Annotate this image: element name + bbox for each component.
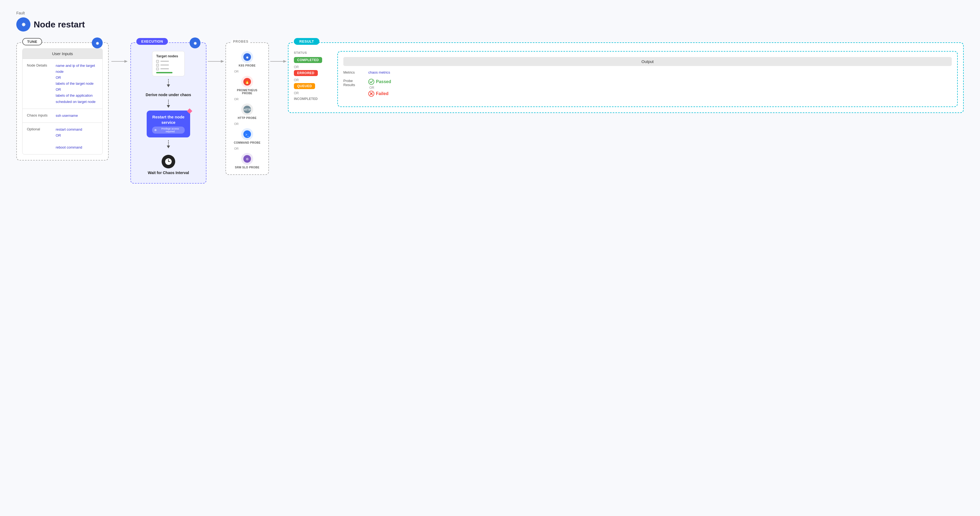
lock-icon: ✓ bbox=[154, 129, 157, 132]
http-probe-icon: HTTP bbox=[241, 103, 253, 116]
node-details-label: Node Details bbox=[27, 63, 51, 105]
status-completed-badge: COMPLETED bbox=[294, 57, 322, 63]
chaos-inputs-row: Chaos inputs ssh username bbox=[22, 109, 102, 122]
node-details-values: name and ip of the target node OR labels… bbox=[56, 63, 98, 105]
svg-marker-11 bbox=[167, 105, 170, 108]
probe-or-1: OR bbox=[234, 70, 239, 73]
probes-section-label: PROBES bbox=[231, 40, 250, 43]
output-card: Output Metrics chaos metrics Probe Resul… bbox=[337, 51, 958, 107]
fault-label: Fault bbox=[16, 11, 964, 15]
svg-marker-14 bbox=[187, 108, 192, 114]
svg-text:⎈: ⎈ bbox=[96, 40, 99, 46]
srm-slo-probe-name: SRM SLO PROBE bbox=[235, 166, 259, 169]
wait-label: Wait for Chaos Interval bbox=[148, 171, 189, 175]
prometheus-probe-name: PROMETHEUS PROBE bbox=[231, 89, 263, 95]
failed-icon bbox=[368, 91, 374, 97]
srm-slo-probe-item: ⚙ SRM SLO PROBE bbox=[235, 153, 259, 169]
metrics-row: Metrics chaos metrics bbox=[343, 70, 952, 75]
wait-icon bbox=[162, 155, 175, 168]
result-badge: RESULT bbox=[294, 38, 320, 45]
probes-to-result-arrow bbox=[269, 59, 288, 64]
tune-k8s-icon: ⎈ bbox=[92, 38, 103, 48]
failed-result: Failed bbox=[368, 91, 391, 97]
privilege-badge: ✓ Privilege access required bbox=[152, 127, 185, 133]
output-header: Output bbox=[343, 57, 952, 66]
status-or-1: OR bbox=[294, 65, 329, 69]
svg-text:HTTP: HTTP bbox=[243, 108, 251, 111]
privilege-text: Privilege access required bbox=[158, 127, 183, 133]
srm-slo-probe-icon: ⚙ bbox=[241, 153, 253, 165]
page-title: Node restart bbox=[34, 19, 85, 30]
svg-text:>_: >_ bbox=[245, 133, 249, 137]
metrics-value: chaos metrics bbox=[368, 70, 390, 75]
k8s-probe-item: ⎈ K8S PROBE bbox=[239, 51, 256, 67]
probe-or-4: OR bbox=[234, 147, 239, 150]
execution-to-probes-arrow bbox=[207, 59, 226, 64]
target-nodes-title: Target nodes bbox=[156, 54, 181, 58]
tune-section: TUNE ⎈ User Inputs Node Details name and… bbox=[16, 42, 109, 160]
status-errored-badge: ERRORED bbox=[294, 70, 318, 76]
svg-text:✓: ✓ bbox=[155, 130, 156, 131]
svg-marker-5 bbox=[124, 60, 128, 63]
status-queued-badge: QUEUED bbox=[294, 83, 315, 89]
result-section: RESULT STATUS COMPLETED OR ERRORED OR QU… bbox=[288, 42, 964, 113]
optional-row: Optional restart command OR reboot comma… bbox=[22, 122, 102, 154]
svg-marker-33 bbox=[283, 60, 286, 63]
derive-label: Derive node under chaos bbox=[146, 93, 191, 97]
passed-result: Passed bbox=[368, 79, 391, 85]
svg-text:⎈: ⎈ bbox=[194, 40, 197, 46]
http-probe-name: HTTP PROBE bbox=[238, 116, 256, 119]
probe-results-values: Passed OR Failed bbox=[368, 79, 391, 97]
down-arrow-2 bbox=[166, 100, 171, 108]
down-arrow-3 bbox=[166, 140, 171, 148]
down-arrow-1 bbox=[166, 79, 171, 87]
tune-to-execution-arrow bbox=[109, 59, 130, 64]
restart-card-title: Restart the node service bbox=[152, 114, 185, 125]
node-details-row: Node Details name and ip of the target n… bbox=[22, 59, 102, 109]
prometheus-probe-item: 🔥 PROMETHEUS PROBE bbox=[231, 76, 263, 95]
status-or-3: OR bbox=[294, 91, 329, 95]
svg-marker-9 bbox=[167, 84, 170, 87]
chaos-inputs-values: ssh username bbox=[56, 113, 78, 119]
svg-text:⎈: ⎈ bbox=[22, 21, 26, 28]
target-nodes-card: Target nodes ━━━━━ ━━━━━ ━━━━━ bbox=[152, 51, 185, 76]
user-inputs-header: User Inputs bbox=[22, 49, 102, 59]
k8s-probe-icon: ⎈ bbox=[241, 51, 253, 63]
svg-text:⚙: ⚙ bbox=[246, 157, 249, 161]
execution-section: EXECUTION ⎈ Target nodes ━━━━━ ━━━━━ ━━━… bbox=[130, 42, 207, 184]
execution-k8s-icon: ⎈ bbox=[189, 38, 200, 48]
chaos-inputs-label: Chaos inputs bbox=[27, 113, 51, 119]
execution-badge: EXECUTION bbox=[136, 38, 168, 45]
passed-icon bbox=[368, 79, 374, 85]
status-column: STATUS COMPLETED OR ERRORED OR QUEUED OR… bbox=[294, 51, 329, 107]
svg-marker-16 bbox=[167, 146, 170, 148]
status-section-label: STATUS bbox=[294, 51, 329, 54]
svg-point-34 bbox=[369, 79, 374, 84]
kubernetes-icon-large: ⎈ bbox=[16, 17, 30, 32]
command-probe-name: COMMAND PROBE bbox=[234, 141, 261, 144]
restart-corner-decoration bbox=[187, 108, 192, 115]
passed-label: Passed bbox=[376, 79, 391, 84]
metrics-label: Metrics bbox=[343, 70, 365, 75]
restart-card: Restart the node service ✓ Privilege acc… bbox=[147, 111, 190, 137]
command-probe-item: >_ COMMAND PROBE bbox=[234, 128, 261, 144]
prometheus-probe-icon: 🔥 bbox=[241, 76, 253, 88]
probes-section: PROBES ⎈ K8S PROBE OR 🔥 PROMETHEUS PROBE bbox=[226, 42, 269, 175]
probe-result-or: OR bbox=[369, 86, 391, 90]
tune-badge: TUNE bbox=[22, 38, 42, 45]
probe-or-3: OR bbox=[234, 122, 239, 125]
probe-results-row: Probe Results Passed OR bbox=[343, 79, 952, 97]
command-probe-icon: >_ bbox=[241, 128, 253, 140]
status-or-2: OR bbox=[294, 78, 329, 82]
status-incompleted-badge: INCOMPLETED bbox=[294, 97, 318, 101]
svg-text:⎈: ⎈ bbox=[246, 55, 248, 59]
user-inputs-box: User Inputs Node Details name and ip of … bbox=[22, 48, 103, 154]
svg-text:🔥: 🔥 bbox=[245, 79, 250, 84]
probe-or-2: OR bbox=[234, 97, 239, 101]
failed-label: Failed bbox=[376, 91, 388, 96]
clock-icon bbox=[165, 158, 172, 165]
optional-values: restart command OR reboot command bbox=[56, 127, 82, 151]
optional-label: Optional bbox=[27, 127, 51, 151]
probe-results-label: Probe Results bbox=[343, 79, 365, 87]
http-probe-item: HTTP HTTP PROBE bbox=[238, 103, 256, 119]
